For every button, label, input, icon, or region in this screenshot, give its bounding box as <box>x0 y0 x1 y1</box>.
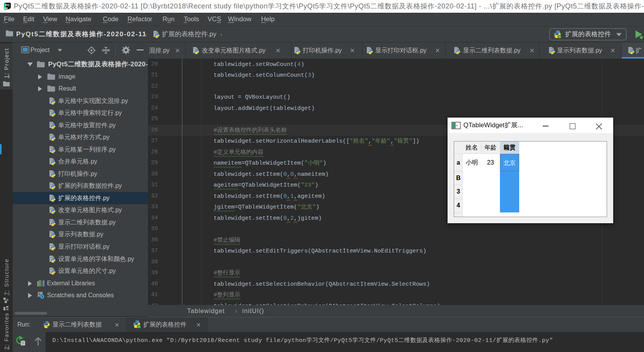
svg-text:PC: PC <box>5 3 10 7</box>
